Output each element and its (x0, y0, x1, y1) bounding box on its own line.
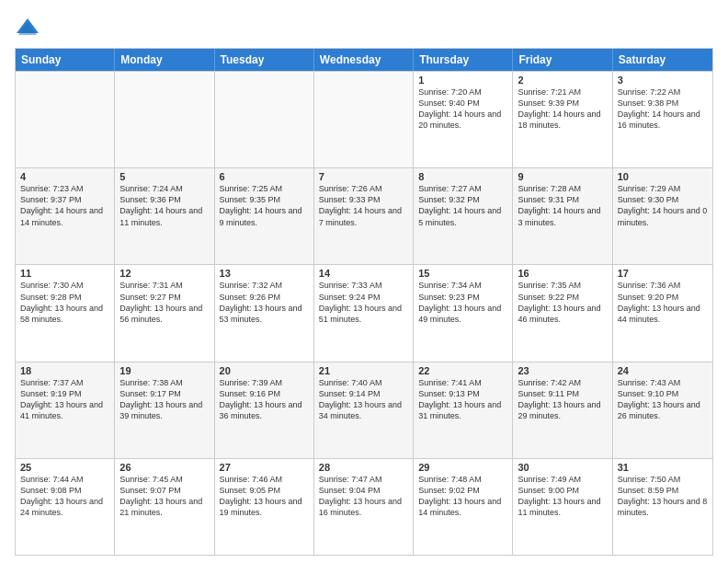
cal-cell: 4Sunrise: 7:23 AM Sunset: 9:37 PM Daylig… (16, 168, 115, 264)
cell-sun-info: Sunrise: 7:33 AM Sunset: 9:24 PM Dayligh… (319, 281, 402, 323)
cell-sun-info: Sunrise: 7:39 AM Sunset: 9:16 PM Dayligh… (220, 378, 302, 420)
cell-sun-info: Sunrise: 7:21 AM Sunset: 9:39 PM Dayligh… (518, 87, 600, 130)
cell-sun-info: Sunrise: 7:36 AM Sunset: 9:20 PM Dayligh… (618, 281, 700, 323)
cell-sun-info: Sunrise: 7:44 AM Sunset: 9:08 PM Dayligh… (20, 475, 103, 517)
cell-sun-info: Sunrise: 7:42 AM Sunset: 9:11 PM Dayligh… (518, 378, 600, 420)
cal-cell: 25Sunrise: 7:44 AM Sunset: 9:08 PM Dayli… (16, 459, 115, 555)
cell-sun-info: Sunrise: 7:38 AM Sunset: 9:17 PM Dayligh… (119, 378, 202, 420)
cell-sun-info: Sunrise: 7:35 AM Sunset: 9:22 PM Dayligh… (518, 281, 600, 323)
cal-cell: 1Sunrise: 7:20 AM Sunset: 9:40 PM Daylig… (414, 72, 513, 167)
day-number: 22 (418, 365, 507, 376)
day-number: 31 (618, 462, 708, 473)
cal-cell: 3Sunrise: 7:22 AM Sunset: 9:38 PM Daylig… (613, 72, 712, 167)
cell-sun-info: Sunrise: 7:27 AM Sunset: 9:32 PM Dayligh… (418, 184, 501, 226)
day-number: 19 (119, 365, 209, 376)
cell-sun-info: Sunrise: 7:26 AM Sunset: 9:33 PM Dayligh… (319, 184, 402, 226)
cal-cell: 19Sunrise: 7:38 AM Sunset: 9:17 PM Dayli… (115, 362, 214, 458)
header (15, 15, 713, 40)
day-number: 30 (518, 462, 607, 473)
cal-header-day: Sunday (16, 49, 115, 71)
cell-sun-info: Sunrise: 7:40 AM Sunset: 9:14 PM Dayligh… (319, 378, 402, 420)
day-number: 4 (20, 171, 109, 182)
cal-cell: 6Sunrise: 7:25 AM Sunset: 9:35 PM Daylig… (215, 168, 314, 264)
day-number: 12 (119, 268, 209, 279)
cal-cell (215, 72, 314, 167)
day-number: 5 (119, 171, 209, 182)
day-number: 14 (319, 268, 408, 279)
cell-sun-info: Sunrise: 7:30 AM Sunset: 9:28 PM Dayligh… (20, 281, 103, 323)
cal-cell: 13Sunrise: 7:32 AM Sunset: 9:26 PM Dayli… (215, 265, 314, 361)
cal-cell: 26Sunrise: 7:45 AM Sunset: 9:07 PM Dayli… (115, 459, 214, 555)
cal-cell: 31Sunrise: 7:50 AM Sunset: 8:59 PM Dayli… (613, 459, 712, 555)
cal-week-row: 18Sunrise: 7:37 AM Sunset: 9:19 PM Dayli… (16, 362, 712, 458)
day-number: 28 (319, 462, 408, 473)
day-number: 10 (618, 171, 708, 182)
logo (15, 15, 44, 40)
cal-cell: 11Sunrise: 7:30 AM Sunset: 9:28 PM Dayli… (16, 265, 115, 361)
day-number: 16 (518, 268, 607, 279)
cal-cell: 23Sunrise: 7:42 AM Sunset: 9:11 PM Dayli… (513, 362, 612, 458)
cal-cell: 29Sunrise: 7:48 AM Sunset: 9:02 PM Dayli… (414, 459, 513, 555)
day-number: 9 (518, 171, 607, 182)
day-number: 3 (618, 75, 708, 86)
cal-cell: 14Sunrise: 7:33 AM Sunset: 9:24 PM Dayli… (314, 265, 414, 361)
day-number: 8 (418, 171, 507, 182)
cal-cell: 12Sunrise: 7:31 AM Sunset: 9:27 PM Dayli… (115, 265, 214, 361)
cal-week-row: 11Sunrise: 7:30 AM Sunset: 9:28 PM Dayli… (16, 264, 712, 361)
calendar: SundayMondayTuesdayWednesdayThursdayFrid… (15, 48, 713, 556)
cell-sun-info: Sunrise: 7:22 AM Sunset: 9:38 PM Dayligh… (618, 87, 700, 130)
cal-header-day: Monday (115, 49, 214, 71)
cal-cell: 28Sunrise: 7:47 AM Sunset: 9:04 PM Dayli… (314, 459, 414, 555)
cal-cell: 5Sunrise: 7:24 AM Sunset: 9:36 PM Daylig… (115, 168, 214, 264)
cal-cell (314, 72, 414, 167)
day-number: 7 (319, 171, 408, 182)
cal-cell: 10Sunrise: 7:29 AM Sunset: 9:30 PM Dayli… (613, 168, 712, 264)
logo-icon (15, 15, 40, 40)
cell-sun-info: Sunrise: 7:28 AM Sunset: 9:31 PM Dayligh… (518, 184, 600, 226)
cell-sun-info: Sunrise: 7:50 AM Sunset: 8:59 PM Dayligh… (618, 475, 708, 517)
calendar-body: 1Sunrise: 7:20 AM Sunset: 9:40 PM Daylig… (16, 71, 712, 555)
cal-cell: 20Sunrise: 7:39 AM Sunset: 9:16 PM Dayli… (215, 362, 314, 458)
cell-sun-info: Sunrise: 7:46 AM Sunset: 9:05 PM Dayligh… (220, 475, 302, 517)
day-number: 23 (518, 365, 607, 376)
calendar-header: SundayMondayTuesdayWednesdayThursdayFrid… (16, 49, 712, 71)
cell-sun-info: Sunrise: 7:48 AM Sunset: 9:02 PM Dayligh… (418, 475, 501, 517)
cal-cell (16, 72, 115, 167)
cal-week-row: 4Sunrise: 7:23 AM Sunset: 9:37 PM Daylig… (16, 167, 712, 264)
cal-header-day: Thursday (414, 49, 513, 71)
day-number: 15 (418, 268, 507, 279)
cal-cell: 27Sunrise: 7:46 AM Sunset: 9:05 PM Dayli… (215, 459, 314, 555)
cell-sun-info: Sunrise: 7:43 AM Sunset: 9:10 PM Dayligh… (618, 378, 700, 420)
cal-cell: 17Sunrise: 7:36 AM Sunset: 9:20 PM Dayli… (613, 265, 712, 361)
cell-sun-info: Sunrise: 7:31 AM Sunset: 9:27 PM Dayligh… (119, 281, 202, 323)
cal-header-day: Friday (513, 49, 612, 71)
cell-sun-info: Sunrise: 7:24 AM Sunset: 9:36 PM Dayligh… (119, 184, 202, 226)
cal-header-day: Wednesday (314, 49, 414, 71)
cal-cell: 16Sunrise: 7:35 AM Sunset: 9:22 PM Dayli… (513, 265, 612, 361)
cal-week-row: 25Sunrise: 7:44 AM Sunset: 9:08 PM Dayli… (16, 458, 712, 555)
cal-cell: 18Sunrise: 7:37 AM Sunset: 9:19 PM Dayli… (16, 362, 115, 458)
day-number: 20 (220, 365, 309, 376)
cell-sun-info: Sunrise: 7:23 AM Sunset: 9:37 PM Dayligh… (20, 184, 103, 226)
day-number: 2 (518, 75, 607, 86)
cell-sun-info: Sunrise: 7:20 AM Sunset: 9:40 PM Dayligh… (418, 87, 501, 130)
cal-cell: 2Sunrise: 7:21 AM Sunset: 9:39 PM Daylig… (513, 72, 612, 167)
cell-sun-info: Sunrise: 7:29 AM Sunset: 9:30 PM Dayligh… (618, 184, 708, 226)
day-number: 25 (20, 462, 109, 473)
day-number: 17 (618, 268, 708, 279)
cal-cell: 8Sunrise: 7:27 AM Sunset: 9:32 PM Daylig… (414, 168, 513, 264)
day-number: 26 (119, 462, 209, 473)
cell-sun-info: Sunrise: 7:34 AM Sunset: 9:23 PM Dayligh… (418, 281, 501, 323)
day-number: 11 (20, 268, 109, 279)
cal-week-row: 1Sunrise: 7:20 AM Sunset: 9:40 PM Daylig… (16, 71, 712, 167)
cal-cell: 9Sunrise: 7:28 AM Sunset: 9:31 PM Daylig… (513, 168, 612, 264)
day-number: 18 (20, 365, 109, 376)
day-number: 6 (220, 171, 309, 182)
cal-header-day: Saturday (613, 49, 712, 71)
page: SundayMondayTuesdayWednesdayThursdayFrid… (0, 0, 728, 563)
cal-header-day: Tuesday (215, 49, 314, 71)
cal-cell: 30Sunrise: 7:49 AM Sunset: 9:00 PM Dayli… (513, 459, 612, 555)
cell-sun-info: Sunrise: 7:25 AM Sunset: 9:35 PM Dayligh… (220, 184, 302, 226)
day-number: 29 (418, 462, 507, 473)
cell-sun-info: Sunrise: 7:32 AM Sunset: 9:26 PM Dayligh… (220, 281, 302, 323)
